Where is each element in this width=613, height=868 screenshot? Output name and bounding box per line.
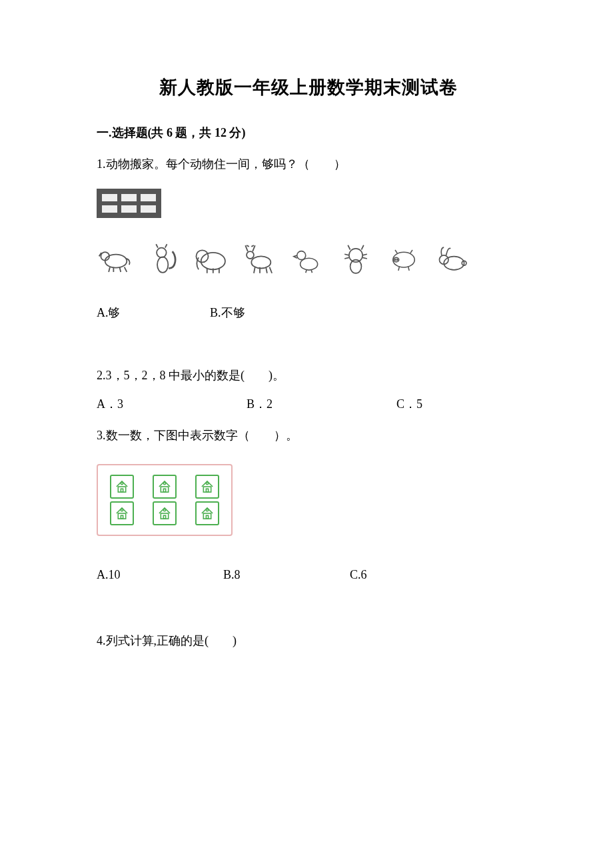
q1-option-a: A.够 <box>97 303 210 323</box>
svg-point-6 <box>251 256 271 268</box>
svg-rect-32 <box>163 515 165 519</box>
svg-point-7 <box>247 251 254 259</box>
svg-point-0 <box>105 254 127 267</box>
q3-option-b: B.8 <box>223 565 350 585</box>
svg-rect-29 <box>121 515 123 519</box>
q2-option-b: B．2 <box>247 395 396 414</box>
cat-icon <box>336 239 375 278</box>
svg-point-27 <box>206 482 208 484</box>
svg-point-2 <box>157 247 167 257</box>
svg-rect-20 <box>121 489 123 492</box>
svg-point-9 <box>297 251 306 259</box>
q1-option-b: B.不够 <box>210 303 356 323</box>
question-1-text: 1.动物搬家。每个动物住一间，够吗？（ ） <box>97 155 520 174</box>
animals-row <box>97 239 520 278</box>
question-3-text: 3.数一数，下图中表示数字（ ）。 <box>97 426 520 445</box>
pig-icon <box>384 239 423 278</box>
question-4-text: 4.列式计算,正确的是( ) <box>97 631 520 651</box>
q2-options: A．3 B．2 C．5 <box>97 395 520 414</box>
duck-icon <box>289 239 327 278</box>
svg-point-3 <box>157 257 168 273</box>
svg-point-33 <box>163 509 165 511</box>
section-heading: 一.选择题(共 6 题，共 12 分) <box>97 123 520 143</box>
q3-option-a: A.10 <box>97 565 223 585</box>
svg-point-30 <box>121 509 123 511</box>
svg-point-5 <box>196 250 208 262</box>
house-icon <box>195 475 219 499</box>
svg-point-21 <box>121 482 123 484</box>
svg-rect-26 <box>206 489 208 492</box>
dog-icon <box>97 239 135 278</box>
q2-option-c: C．5 <box>396 395 422 414</box>
q2-option-a: A．3 <box>97 395 247 414</box>
q1-options: A.够 B.不够 <box>97 303 520 323</box>
squirrel-icon <box>145 239 183 278</box>
houses-image <box>97 464 233 536</box>
q3-options: A.10 B.8 C.6 <box>97 565 520 585</box>
svg-rect-35 <box>206 515 208 519</box>
question-2-text: 2.3，5，2，8 中最小的数是( )。 <box>97 366 520 385</box>
elephant-icon <box>193 239 231 278</box>
house-icon <box>110 475 134 499</box>
svg-point-36 <box>206 509 208 511</box>
house-icon <box>110 501 134 525</box>
svg-point-15 <box>396 259 398 260</box>
svg-point-4 <box>201 253 225 269</box>
page-title: 新人教版一年级上册数学期末测试卷 <box>97 73 520 102</box>
house-icon <box>153 475 177 499</box>
svg-rect-23 <box>163 489 165 492</box>
deer-icon <box>241 239 279 278</box>
rabbit-icon <box>432 239 471 278</box>
q3-option-c: C.6 <box>350 565 367 585</box>
svg-point-24 <box>163 482 165 484</box>
svg-point-14 <box>394 259 396 260</box>
building-image <box>97 189 520 221</box>
house-icon <box>153 501 177 525</box>
house-icon <box>195 501 219 525</box>
